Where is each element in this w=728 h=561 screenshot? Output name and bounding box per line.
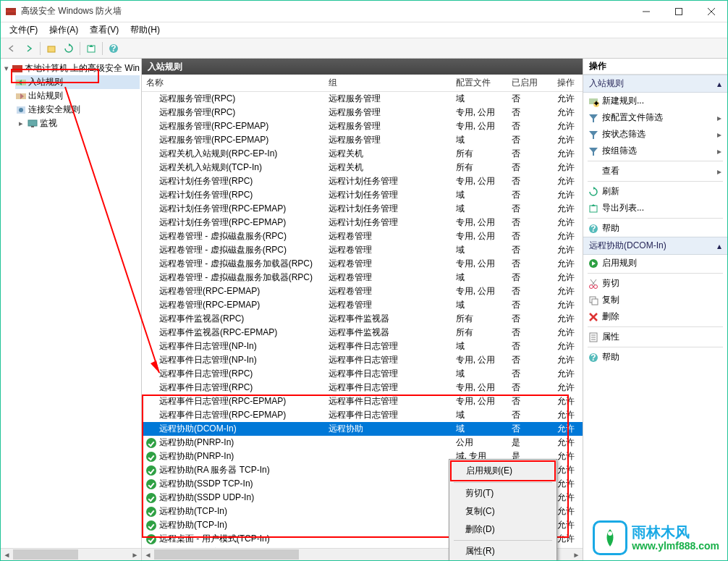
- toolbar-help[interactable]: ?: [106, 41, 122, 56]
- tree-outbound[interactable]: 出站规则: [15, 89, 140, 103]
- rule-icon: [146, 328, 156, 338]
- table-row[interactable]: 远程卷管理 - 虚拟磁盘服务(RPC)远程卷管理域否允许: [142, 243, 583, 257]
- table-row[interactable]: 远程事件监视器(RPC-EPMAP)远程事件监视器所有否允许: [142, 326, 583, 339]
- rule-icon: [146, 163, 156, 173]
- minimize-button[interactable]: [630, 1, 662, 22]
- col-group[interactable]: 组: [324, 75, 452, 92]
- rule-icon: [146, 232, 156, 242]
- rule-icon: [146, 287, 156, 297]
- toolbar-back[interactable]: [4, 41, 20, 56]
- toolbar-export[interactable]: [83, 41, 99, 56]
- table-row[interactable]: 远程服务管理(RPC-EPMAP)远程服务管理专用, 公用否允许: [142, 119, 583, 133]
- action-enable[interactable]: 启用规则: [583, 255, 727, 271]
- table-row[interactable]: 远程计划任务管理(RPC)远程计划任务管理域否允许: [142, 188, 583, 202]
- action-props[interactable]: 属性: [583, 329, 727, 345]
- table-row[interactable]: 远程关机入站规则(RPC-EP-In)远程关机所有否允许: [142, 147, 583, 161]
- col-action[interactable]: 操作: [553, 75, 583, 92]
- table-row[interactable]: 远程协助(PNRP-In)公用是允许: [142, 436, 583, 450]
- svg-rect-4: [675, 8, 682, 14]
- tree-outbound-label: 出站规则: [28, 90, 63, 102]
- svg-marker-27: [589, 148, 598, 156]
- rule-icon: [146, 424, 156, 434]
- table-row[interactable]: 远程事件日志管理(NP-In)远程事件日志管理专用, 公用否允许: [142, 353, 583, 367]
- ctx-props[interactable]: 属性(R): [451, 542, 555, 560]
- action-help[interactable]: ?帮助: [583, 220, 727, 237]
- collapse-icon: ▴: [717, 241, 721, 251]
- help-icon: ?: [588, 352, 599, 363]
- action-new-rule[interactable]: ✦新建规则...: [583, 93, 727, 109]
- table-row[interactable]: 远程服务管理(RPC)远程服务管理专用, 公用否允许: [142, 106, 583, 119]
- action-cut[interactable]: 剪切: [583, 275, 727, 292]
- rule-icon: [146, 355, 156, 366]
- action-export[interactable]: 导出列表...: [583, 200, 727, 216]
- table-row[interactable]: 远程卷管理 - 虚拟磁盘服务加载器(RPC)远程卷管理专用, 公用否允许: [142, 257, 583, 271]
- copy-icon: [588, 295, 599, 306]
- actions-group-inbound[interactable]: 入站规则 ▴: [583, 75, 727, 93]
- table-row[interactable]: 远程事件日志管理(RPC-EPMAP)远程事件日志管理专用, 公用否允许: [142, 395, 583, 408]
- table-row[interactable]: 远程服务管理(RPC-EPMAP)远程服务管理域否允许: [142, 133, 583, 147]
- table-row[interactable]: 远程关机入站规则(TCP-In)远程关机所有否允许: [142, 161, 583, 174]
- tree-hscroll[interactable]: ◄►: [1, 548, 141, 560]
- col-enabled[interactable]: 已启用: [507, 75, 552, 92]
- ctx-copy[interactable]: 复制(C): [451, 502, 555, 520]
- action-refresh[interactable]: 刷新: [583, 183, 727, 200]
- col-name[interactable]: 名称: [142, 75, 324, 92]
- svg-marker-26: [589, 131, 598, 139]
- maximize-button[interactable]: [662, 1, 695, 22]
- action-copy[interactable]: 复制: [583, 292, 727, 308]
- action-view[interactable]: 查看▸: [583, 163, 727, 180]
- menu-action[interactable]: 操作(A): [43, 22, 84, 38]
- rule-icon: [146, 259, 156, 269]
- action-filter-state[interactable]: 按状态筛选▸: [583, 126, 727, 143]
- table-row[interactable]: 远程卷管理 - 虚拟磁盘服务(RPC)远程卷管理专用, 公用否允许: [142, 229, 583, 243]
- actions-panel: 操作 入站规则 ▴ ✦新建规则... 按配置文件筛选▸ 按状态筛选▸ 按组筛选▸…: [583, 59, 727, 560]
- svg-point-51: [608, 531, 612, 536]
- action-filter-group[interactable]: 按组筛选▸: [583, 143, 727, 159]
- col-profile[interactable]: 配置文件: [452, 75, 508, 92]
- table-row[interactable]: 远程计划任务管理(RPC)远程计划任务管理专用, 公用否允许: [142, 174, 583, 188]
- table-row[interactable]: 远程卷管理(RPC-EPMAP)远程卷管理域否允许: [142, 298, 583, 312]
- svg-point-36: [594, 284, 598, 288]
- toolbar-up[interactable]: [43, 41, 59, 56]
- table-row[interactable]: 远程事件日志管理(RPC-EPMAP)远程事件日志管理域否允许: [142, 408, 583, 422]
- action-filter-profile[interactable]: 按配置文件筛选▸: [583, 109, 727, 126]
- toolbar-forward[interactable]: [21, 41, 37, 56]
- menu-file[interactable]: 文件(F): [4, 22, 43, 38]
- table-row[interactable]: 远程事件日志管理(RPC)远程事件日志管理域否允许: [142, 367, 583, 381]
- table-row[interactable]: 远程服务管理(RPC)远程服务管理域否允许: [142, 92, 583, 106]
- table-row[interactable]: 远程协助(DCOM-In)远程协助域否允许: [142, 422, 583, 436]
- ctx-delete[interactable]: 删除(D): [451, 520, 555, 539]
- action-help2[interactable]: ?帮助: [583, 349, 727, 366]
- center-panel: 入站规则 名称 组 配置文件 已启用 操作 远程服务管理(RPC)远程服务管理域…: [142, 59, 583, 560]
- action-delete[interactable]: 删除: [583, 308, 727, 325]
- ctx-enable[interactable]: 启用规则(E): [450, 460, 556, 481]
- table-row[interactable]: 远程计划任务管理(RPC-EPMAP)远程计划任务管理域否允许: [142, 202, 583, 216]
- menu-help[interactable]: 帮助(H): [124, 22, 166, 38]
- watermark-name: 雨林木风: [632, 524, 719, 540]
- svg-rect-21: [31, 126, 34, 127]
- svg-text:?: ?: [591, 353, 596, 363]
- table-row[interactable]: 远程事件监视器(RPC)远程事件监视器所有否允许: [142, 312, 583, 326]
- svg-point-35: [590, 284, 593, 288]
- menu-view[interactable]: 查看(V): [84, 22, 124, 38]
- expand-icon[interactable]: ▾: [2, 64, 12, 73]
- tree-monitor[interactable]: ▸ 监视: [15, 117, 140, 130]
- tree-connsec[interactable]: 连接安全规则: [15, 103, 140, 117]
- table-row[interactable]: 远程计划任务管理(RPC-EPMAP)远程计划任务管理专用, 公用否允许: [142, 216, 583, 229]
- ctx-cut[interactable]: 剪切(T): [451, 484, 555, 502]
- rule-icon: [146, 135, 156, 145]
- table-row[interactable]: 远程事件日志管理(NP-In)远程事件日志管理域否允许: [142, 339, 583, 353]
- new-icon: ✦: [588, 96, 599, 107]
- table-row[interactable]: 远程事件日志管理(RPC)远程事件日志管理专用, 公用否允许: [142, 381, 583, 395]
- rule-icon: [146, 369, 156, 379]
- context-menu: 启用规则(E) 剪切(T) 复制(C) 删除(D) 属性(R) 帮助(H): [449, 459, 557, 560]
- actions-group-selection[interactable]: 远程协助(DCOM-In) ▴: [583, 237, 727, 255]
- close-button[interactable]: [695, 1, 727, 22]
- watermark: 雨林木风 www.ylmf888.com: [593, 520, 719, 555]
- expand-icon[interactable]: ▸: [15, 119, 27, 128]
- table-row[interactable]: 远程卷管理 - 虚拟磁盘服务加载器(RPC)远程卷管理域否允许: [142, 271, 583, 284]
- toolbar-refresh[interactable]: [61, 41, 77, 56]
- table-row[interactable]: 远程卷管理(RPC-EPMAP)远程卷管理专用, 公用否允许: [142, 284, 583, 298]
- rule-icon: [146, 300, 156, 311]
- outbound-icon: [15, 90, 27, 102]
